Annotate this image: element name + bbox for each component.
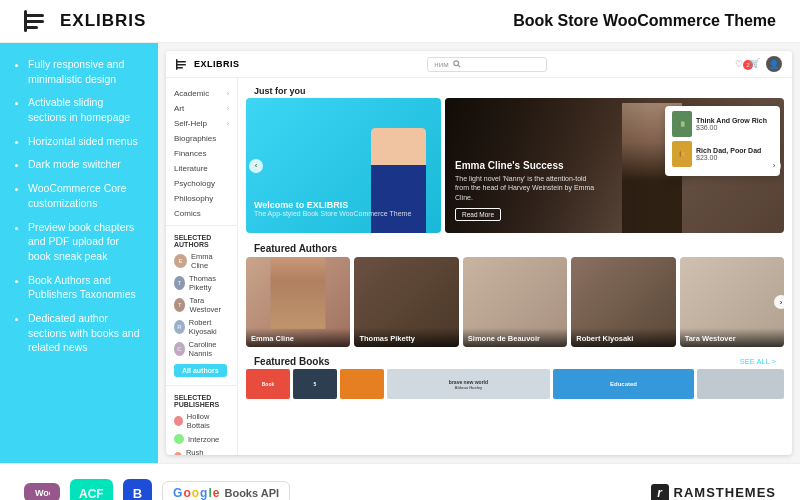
author-avatar: R — [174, 320, 185, 334]
svg-rect-3 — [24, 10, 27, 32]
author-avatar: E — [174, 254, 187, 268]
acf-label: ACF — [79, 487, 104, 501]
authors-grid: ‹ Emma Cline Th — [246, 257, 784, 347]
nav-item-comics[interactable]: Comics — [166, 206, 237, 221]
feature-item: Book Authors and Publishers Taxonomies — [28, 273, 144, 302]
hero-subtitle: The App-styled Book Store WooCommerce Th… — [254, 210, 411, 217]
cart-book-price: $23.00 — [696, 154, 761, 161]
svg-rect-7 — [176, 59, 178, 70]
cart-book-title: Think And Grow Rich — [696, 117, 767, 124]
cart-book-title: Rich Dad, Poor Dad — [696, 147, 761, 154]
footer-left-badges: Woo ACF B Google Books API — [24, 479, 290, 501]
feature-item: Dedicated author sections with books and… — [28, 311, 144, 355]
cart-item-1: 📗 Think And Grow Rich $36.00 — [672, 111, 773, 137]
hero-right-arrow[interactable]: › — [767, 159, 781, 173]
hero-right-panel: Emma Cline's Success The light novel 'Na… — [445, 98, 784, 233]
b-label: B — [133, 486, 142, 501]
nav-divider — [166, 225, 237, 226]
cart-book-thumb: 📗 — [672, 111, 692, 137]
browser-topbar: EXLIBRIS ним ♡ 🛒 2 — [166, 51, 792, 78]
author-avatar: T — [174, 276, 185, 290]
google-g-letter: G — [173, 486, 182, 500]
author-card-simone: Simone de Beauvoir — [463, 257, 567, 347]
content-area: EXLIBRIS ним ♡ 🛒 2 — [158, 43, 800, 463]
author-card-name: Emma Cline — [251, 334, 345, 343]
selected-publishers-label: SELECTED PUBLISHERS — [166, 390, 237, 410]
selected-authors-label: SELECTED AUTHORS — [166, 230, 237, 250]
browser-search-area: ним — [250, 57, 725, 72]
see-all-link[interactable]: SEE ALL > — [740, 357, 776, 366]
book-thumb-3 — [340, 369, 384, 399]
feature-item: Fully responsive and minimalistic design — [28, 57, 144, 86]
feature-item: Horizontal sided menus — [28, 134, 144, 149]
search-box: ним — [427, 57, 547, 72]
author-card-name: Robert Kiyosaki — [576, 334, 670, 343]
authors-next-button[interactable]: › — [774, 295, 788, 309]
hero-right-title: Emma Cline's Success — [455, 160, 595, 171]
chevron-right-icon: › — [227, 105, 229, 112]
all-authors-button[interactable]: All authors — [174, 364, 227, 377]
browser-icons: ♡ 🛒 2 👤 — [735, 56, 782, 72]
feature-item: WooCommerce Core customizations — [28, 181, 144, 210]
cart-item-2: 📙 Rich Dad, Poor Dad $23.00 — [672, 141, 773, 167]
just-for-you-label: Just for you — [246, 82, 784, 98]
google-l-letter: l — [208, 486, 211, 500]
bottom-footer: Woo ACF B Google Books API r RAMSTHEMES — [0, 463, 800, 500]
book-thumb-brave-new-world: brave new world Aldous Huxley — [387, 369, 550, 399]
google-e-letter: e — [213, 486, 220, 500]
header-title: Book Store WooCommerce Theme — [513, 12, 776, 30]
chevron-right-icon: › — [227, 90, 229, 97]
author-card-name: Simone de Beauvoir — [468, 334, 562, 343]
author-card-robert: Robert Kiyosaki — [571, 257, 675, 347]
acf-badge: ACF — [70, 479, 113, 501]
footer-right: r RAMSTHEMES — [651, 484, 776, 501]
nav-item-philosophy[interactable]: Philosophy — [166, 191, 237, 206]
featured-authors-section: Featured Authors ‹ Emma Cline — [238, 237, 792, 351]
google-o1-letter: o — [183, 486, 190, 500]
hero-left-arrow[interactable]: ‹ — [249, 159, 263, 173]
hero-title: Welcome to EXLIBRIS — [254, 200, 411, 210]
nav-item-academic[interactable]: Academic › — [166, 86, 237, 101]
cart-book-thumb: 📙 — [672, 141, 692, 167]
header-logo-text: EXLIBRIS — [60, 11, 146, 31]
pub-color-dot — [174, 416, 183, 426]
header-logo: EXLIBRIS — [24, 10, 146, 32]
top-header: EXLIBRIS Book Store WooCommerce Theme — [0, 0, 800, 43]
author-avatar: C — [174, 342, 185, 356]
hero-left-panel: Welcome to EXLIBRIS The App-styled Book … — [246, 98, 441, 233]
feature-item: Preview book chapters and PDF upload for… — [28, 220, 144, 264]
main-wrapper: Fully responsive and minimalistic design… — [0, 43, 800, 463]
nav-item-art[interactable]: Art › — [166, 101, 237, 116]
author-item-robert: R Robert Kiyosaki — [166, 316, 237, 338]
exlibris-logo-icon — [24, 10, 52, 32]
author-item-emma: E Emma Cline — [166, 250, 237, 272]
author-overlay: Robert Kiyosaki — [571, 328, 675, 347]
cart-book-info: Think And Grow Rich $36.00 — [696, 117, 767, 131]
pub-color-dot — [174, 434, 184, 444]
author-card-tara: Tara Westover — [680, 257, 784, 347]
features-sidebar: Fully responsive and minimalistic design… — [0, 43, 158, 463]
svg-point-8 — [453, 61, 458, 66]
author-item-caroline: C Caroline Nannis — [166, 338, 237, 360]
rams-r-icon: r — [651, 484, 669, 501]
read-more-button[interactable]: Read More — [455, 208, 501, 221]
hero-right-desc: The light novel 'Nanny' is the attention… — [455, 174, 595, 203]
publisher-item-hollow: Hollow Bottais — [166, 410, 237, 432]
author-overlay: Tara Westover — [680, 328, 784, 347]
hero-girl-figure — [371, 128, 426, 233]
author-card-name: Thomas Piketty — [359, 334, 453, 343]
b-badge: B — [123, 479, 152, 501]
nav-item-biographies[interactable]: Biographies — [166, 131, 237, 146]
feature-item: Activable sliding sections in homepage — [28, 95, 144, 124]
cart-popup: 📗 Think And Grow Rich $36.00 📙 — [665, 106, 780, 176]
google-books-api-text: Books API — [224, 487, 279, 499]
nav-item-selfhelp[interactable]: Self-Help › — [166, 116, 237, 131]
browser-frame: EXLIBRIS ним ♡ 🛒 2 — [166, 51, 792, 455]
browser-nav: Academic › Art › Self-Help › Biographies… — [166, 78, 238, 455]
author-overlay: Thomas Piketty — [354, 328, 458, 347]
heart-icon: ♡ — [735, 59, 743, 69]
nav-item-psychology[interactable]: Psychology — [166, 176, 237, 191]
nav-item-finances[interactable]: Finances — [166, 146, 237, 161]
nav-item-literature[interactable]: Literature — [166, 161, 237, 176]
cart-icon: 🛒 — [749, 58, 760, 68]
